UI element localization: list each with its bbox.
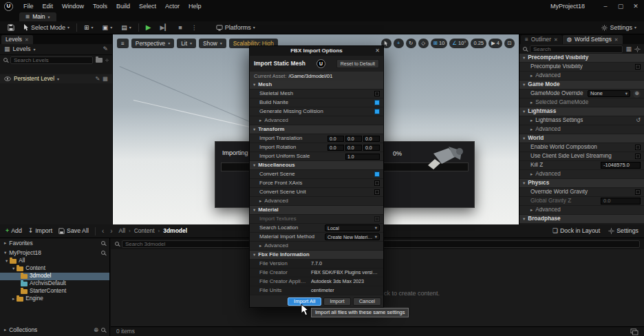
ws-category-lightmass[interactable]: ▾Lightmass <box>519 107 644 116</box>
material-import-method-dropdown[interactable]: Create New Materials▾ <box>325 233 380 240</box>
tree-item-content[interactable]: ▾Content <box>0 265 109 273</box>
close-icon[interactable]: ✕ <box>25 37 29 42</box>
show-dropdown[interactable]: Show▾ <box>199 39 226 48</box>
scale-snap-toggle[interactable]: 0.25 <box>471 39 486 48</box>
close-icon[interactable]: ✕ <box>375 48 380 54</box>
skeletal-mesh-checkbox[interactable] <box>374 91 380 96</box>
gear-icon[interactable] <box>105 57 109 63</box>
breadcrumb-all[interactable]: All <box>119 228 125 234</box>
override-world-gravity-checkbox[interactable] <box>635 189 641 195</box>
client-side-level-streaming-checkbox[interactable] <box>635 154 641 159</box>
perspective-dropdown[interactable]: Perspective▾ <box>131 39 174 48</box>
menu-select[interactable]: Select <box>135 1 160 12</box>
ws-advanced-toggle[interactable]: ▸Advanced <box>519 72 644 81</box>
generate-missing-collision-checkbox[interactable] <box>374 109 380 114</box>
edit-icon[interactable]: ✎ <box>95 76 100 81</box>
tree-item-all[interactable]: ▾All <box>0 258 109 265</box>
imported-mesh-actor[interactable] <box>425 142 466 171</box>
add-content-button[interactable]: ⊞▾ <box>82 23 96 32</box>
menu-actor[interactable]: Actor <box>161 1 184 12</box>
add-gamemode-button[interactable]: ⊕ <box>633 90 641 98</box>
import-button[interactable]: Import <box>323 297 350 306</box>
back-button[interactable]: ‹ <box>102 228 104 235</box>
cinematics-button[interactable]: ▤▾ <box>119 23 133 32</box>
dialog-titlebar[interactable]: FBX Import Options ✕ <box>250 46 383 56</box>
ws-category-physics[interactable]: ▾Physics <box>519 179 644 188</box>
add-collection-icon[interactable]: ⊕ <box>94 327 98 333</box>
content-browser-settings-button[interactable]: Settings <box>608 228 638 234</box>
menu-edit[interactable]: Edit <box>39 1 58 12</box>
search-location-dropdown[interactable]: Local▾ <box>325 224 380 231</box>
menu-tools[interactable]: Tools <box>89 1 111 12</box>
world-settings-search-input[interactable] <box>530 45 623 53</box>
play-options-kebab-icon[interactable]: ⋮ <box>189 23 200 32</box>
gamemode-override-dropdown[interactable]: None▾ <box>588 90 630 97</box>
kill-z-input[interactable]: -1048575.0 <box>601 162 641 169</box>
viewport-menu-button[interactable]: ≡ <box>117 39 129 48</box>
precompute-visibility-checkbox[interactable] <box>635 64 641 70</box>
ws-row-lightmass-settings[interactable]: ▸Lightmass Settings↺ <box>519 116 644 125</box>
cancel-button[interactable]: Cancel <box>353 297 381 306</box>
menu-window[interactable]: Window <box>58 1 88 12</box>
tab-main-level[interactable]: ▦ Main ▾ <box>19 12 56 21</box>
play-button[interactable]: ▶ <box>144 23 153 32</box>
save-all-button[interactable]: Save All <box>58 228 89 234</box>
convert-scene-unit-checkbox[interactable] <box>374 189 380 195</box>
reset-to-default-button[interactable]: Reset to Default <box>336 59 379 68</box>
fbx-category-material[interactable]: ▾Material <box>250 206 383 215</box>
maximize-button[interactable]: ▢ <box>616 3 625 10</box>
breadcrumb-content[interactable]: Content <box>134 228 155 234</box>
convert-scene-checkbox[interactable] <box>374 171 380 177</box>
add-button[interactable]: +Add <box>6 228 22 234</box>
editor-settings-dropdown[interactable]: Settings ▾ <box>599 23 638 32</box>
translation-y-input[interactable]: 0.0 <box>345 136 362 142</box>
frame-skip-button[interactable]: ▶▎ <box>158 23 171 32</box>
breadcrumb-current[interactable]: 3dmodel <box>163 228 187 234</box>
minimize-button[interactable]: – <box>601 3 610 10</box>
tree-item-archvisdefault[interactable]: ArchvisDefault <box>0 280 109 288</box>
global-gravity-z-input[interactable]: 0.0 <box>601 198 641 204</box>
fbx-advanced-toggle[interactable]: ▸Advanced <box>250 197 383 206</box>
fbx-category-file-information[interactable]: ▾Fbx File Information <box>250 251 383 260</box>
close-icon[interactable]: ✕ <box>614 37 619 42</box>
brush-icon[interactable]: ✎ <box>103 46 108 52</box>
fbx-category-transform[interactable]: ▾Transform <box>250 125 383 134</box>
scale-tool-button[interactable]: ◇ <box>418 39 429 48</box>
forward-button[interactable]: › <box>110 228 112 235</box>
levels-search-input[interactable] <box>10 56 93 64</box>
build-nanite-checkbox[interactable] <box>374 100 380 105</box>
filter-icon[interactable]: ▦ <box>625 46 632 52</box>
close-button[interactable]: ✕ <box>632 3 640 10</box>
blueprints-button[interactable]: ▣▾ <box>100 23 115 32</box>
tree-item-engine[interactable]: ▸Engine <box>0 295 109 303</box>
search-icon[interactable] <box>101 251 105 255</box>
fbx-advanced-toggle[interactable]: ▸Advanced <box>250 116 383 125</box>
force-front-xaxis-checkbox[interactable] <box>374 180 380 186</box>
import-button[interactable]: ↧Import <box>28 228 52 234</box>
menu-build[interactable]: Build <box>112 1 134 12</box>
tab-world-settings[interactable]: ◍ World Settings ✕ <box>563 35 623 44</box>
translation-x-input[interactable]: 0.0 <box>328 136 344 142</box>
favorites-section[interactable]: ▸ Favorites <box>0 238 109 248</box>
camera-speed-button[interactable]: ▶4 <box>489 39 502 48</box>
content-drawer-icon[interactable] <box>630 328 638 335</box>
ws-advanced-toggle[interactable]: ▸Advanced <box>519 125 644 134</box>
rotation-x-input[interactable]: 0.0 <box>328 145 344 151</box>
uniform-scale-input[interactable]: 1.0 <box>345 154 380 160</box>
reset-to-default-icon[interactable]: ↺ <box>636 118 641 123</box>
enable-world-composition-checkbox[interactable] <box>635 145 641 150</box>
ws-category-precomputed-visibility[interactable]: ▾Precomputed Visibility <box>519 54 644 63</box>
visibility-eye-icon[interactable] <box>4 76 11 81</box>
rotate-tool-button[interactable]: ↻ <box>406 39 416 48</box>
search-icon[interactable] <box>101 328 105 332</box>
lock-icon[interactable]: ▦ <box>103 76 108 81</box>
lit-dropdown[interactable]: Lit▾ <box>177 39 196 48</box>
save-button[interactable] <box>6 23 17 32</box>
unreal-logo-icon[interactable]: U <box>4 2 13 11</box>
grid-snap-toggle[interactable]: ⊞10 <box>431 39 448 48</box>
ws-category-broadphase[interactable]: ▾Broadphase <box>519 215 644 224</box>
collections-section[interactable]: ▸ Collections ⊕ <box>0 325 109 335</box>
fbx-category-mesh[interactable]: ▾Mesh <box>250 81 383 90</box>
ws-advanced-toggle[interactable]: ▸Advanced <box>519 170 644 179</box>
ws-category-world[interactable]: ▾World <box>519 134 644 143</box>
